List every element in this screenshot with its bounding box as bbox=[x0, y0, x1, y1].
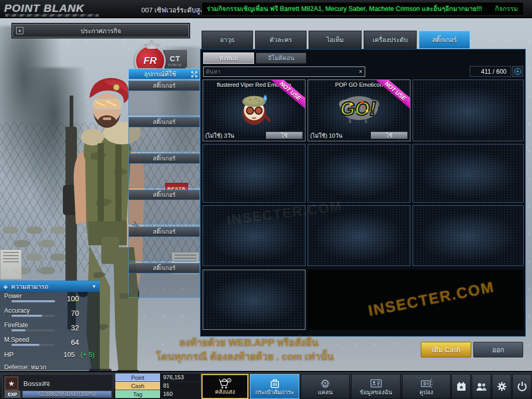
empty-slot[interactable] bbox=[413, 79, 524, 141]
exit-button[interactable]: ออก bbox=[473, 342, 523, 357]
empty-slot[interactable] bbox=[308, 144, 410, 203]
tab-weapons[interactable]: อาวุธ bbox=[202, 31, 253, 49]
exp-label: EXP bbox=[5, 391, 20, 397]
nav-inventory-button[interactable]: กระเป๋าสัมภาระ bbox=[250, 374, 299, 399]
nav-button-label: คลังแสง bbox=[203, 387, 247, 396]
friends-icon bbox=[475, 380, 488, 393]
currency-value: 976,153 bbox=[163, 374, 184, 381]
equip-slot-sticker-4[interactable]: สติ๊กเกอร์ bbox=[128, 190, 200, 224]
topup-cash-button[interactable]: เติม Cash bbox=[421, 342, 471, 357]
search-clear-icon[interactable]: × bbox=[356, 68, 365, 75]
stat-value: 70 bbox=[71, 309, 79, 317]
expand-capacity-button[interactable]: + bbox=[512, 66, 523, 77]
ticker-event-link[interactable]: กิจกรรม bbox=[487, 4, 523, 14]
gear-icon bbox=[496, 380, 508, 393]
rank-star-icon: ★ bbox=[5, 377, 18, 390]
empty-slot[interactable] bbox=[308, 205, 410, 266]
overlay-note-line1: ลงท้ายด้วย WEB.APP หรือสั่งอื่น bbox=[179, 335, 318, 350]
use-button[interactable]: ใช้ bbox=[370, 131, 408, 139]
slot-label: สติ๊กเกอร์ bbox=[129, 117, 200, 127]
currency-row-cash: Cash 81 bbox=[115, 382, 200, 390]
currency-label: Point bbox=[115, 374, 160, 381]
inventory-panel-body: ทั้งหมด อีโมติคอน × 411 / 600 + flustere… bbox=[200, 49, 526, 337]
preview-row: INSECTER.COM bbox=[203, 270, 523, 330]
nav-button-label: แคลน bbox=[301, 388, 349, 397]
player-name: Bossxสจ bbox=[23, 378, 50, 389]
expand-arrows-icon[interactable] bbox=[191, 71, 197, 77]
equip-slot-sticker-1[interactable]: สติ๊กเกอร์ bbox=[128, 81, 200, 115]
diamond-icon: ◈ bbox=[3, 283, 8, 290]
search-input[interactable] bbox=[204, 69, 356, 75]
currency-panel: Point 976,153 Cash 81 Tag 160 bbox=[115, 374, 200, 398]
currency-label: Cash bbox=[115, 382, 160, 390]
stat-bar-fill bbox=[11, 344, 39, 346]
calendar-event-button[interactable] bbox=[451, 374, 471, 399]
tab-stickers[interactable]: สติ๊กเกอร์ bbox=[419, 31, 470, 49]
stat-label: M.Speed bbox=[4, 336, 29, 343]
tab-items[interactable]: ไอเท็ม bbox=[309, 31, 362, 49]
nav-coupon-button[interactable]: คูปอง bbox=[402, 374, 450, 399]
stat-row-hp: HP 105 (+ 5) bbox=[4, 351, 100, 358]
nav-clan-button[interactable]: แคลน bbox=[301, 374, 350, 399]
use-button[interactable]: ใช้ bbox=[265, 131, 303, 139]
emoticon-art-viper-red bbox=[234, 89, 274, 129]
power-icon bbox=[516, 380, 528, 393]
item-status: (ไม่ใช้) 3วัน bbox=[205, 131, 234, 140]
go-art-text: GO! bbox=[340, 98, 376, 119]
currency-row-tag: Tag 160 bbox=[115, 390, 200, 398]
equip-slot-sticker-2[interactable]: สติ๊กเกอร์ bbox=[128, 117, 200, 152]
item-card-flustered-viper[interactable]: flustered Viper Red Emoticon bbox=[203, 79, 305, 141]
ticker-text: ร่วมกิจกรรมเชิญเพื่อน ฟรี Barrett M82A1,… bbox=[202, 4, 487, 14]
friends-button[interactable] bbox=[472, 374, 491, 399]
search-box[interactable]: × bbox=[203, 66, 365, 77]
expand-plus-icon[interactable]: + bbox=[16, 27, 23, 34]
exp-text: 6238862/851000 (100%) bbox=[23, 391, 111, 397]
calendar-star-icon bbox=[455, 380, 468, 393]
stats-header[interactable]: ◈ ความสามารถ ▼ bbox=[0, 281, 100, 292]
tab-characters[interactable]: ตัวละคร bbox=[255, 31, 307, 49]
player-info-panel[interactable]: ★ Bossxสจ EXP 6238862/851000 (100%) bbox=[2, 374, 113, 398]
inventory-panel: อาวุธ ตัวละคร ไอเท็ม เครื่องประดับ สติ๊ก… bbox=[200, 31, 526, 337]
empty-slot[interactable] bbox=[413, 205, 524, 266]
stat-bar-track bbox=[11, 300, 55, 302]
card-footer: (ไม่ใช้) 10วัน ใช้ bbox=[310, 131, 408, 139]
slot-label: สติ๊กเกอร์ bbox=[129, 154, 200, 164]
top-bar: POINT BLANK 007 เซิฟเวอร์ระดับสูง ร่วมกิ… bbox=[0, 0, 532, 18]
subtab-emoticon[interactable]: อีโมติคอน bbox=[256, 52, 307, 64]
empty-slot[interactable] bbox=[203, 144, 305, 203]
announcement-ticker[interactable]: ร่วมกิจกรรมเชิญเพื่อน ฟรี Barrett M82A1,… bbox=[202, 2, 524, 16]
nav-myinfo-button[interactable]: ข้อมูลของฉัน bbox=[351, 374, 401, 399]
stat-row-accuracy: Accuracy 70 bbox=[0, 307, 100, 321]
stat-bar-fill bbox=[11, 315, 42, 317]
capacity-counter: 411 / 600 bbox=[470, 66, 511, 77]
collapse-caret-icon[interactable]: ▼ bbox=[91, 284, 97, 289]
settings-button[interactable] bbox=[492, 374, 511, 399]
empty-slot[interactable] bbox=[413, 144, 524, 203]
stat-row-firerate: FireRate 32 bbox=[0, 322, 100, 335]
equip-slot-sticker-5[interactable]: สติ๊กเกอร์ bbox=[128, 227, 200, 261]
mission-announcement-banner[interactable]: + ประกาศภารกิจ bbox=[12, 24, 189, 37]
equip-slot-sticker-3[interactable]: สติ๊กเกอร์ bbox=[128, 153, 200, 188]
subtab-all[interactable]: ทั้งหมด bbox=[203, 52, 254, 64]
empty-slot[interactable] bbox=[203, 205, 305, 266]
equipment-header[interactable]: อุปกรณ์ที่ใช้ bbox=[128, 69, 200, 79]
item-status: (ไม่ใช้) 10วัน bbox=[310, 131, 342, 140]
currency-label: Tag bbox=[115, 390, 160, 398]
slot-label: สติ๊กเกอร์ bbox=[129, 190, 200, 200]
item-grid: flustered Viper Red Emoticon bbox=[203, 79, 524, 266]
currency-row-point: Point 976,153 bbox=[115, 374, 200, 381]
stat-bar-fill bbox=[11, 329, 25, 331]
equip-slot-sticker-6[interactable]: สติ๊กเกอร์ bbox=[128, 263, 200, 298]
preview-slot[interactable] bbox=[203, 270, 305, 330]
power-exit-button[interactable] bbox=[512, 374, 531, 399]
stat-bar-track bbox=[11, 315, 55, 317]
tab-accessories[interactable]: เครื่องประดับ bbox=[364, 31, 417, 49]
nav-armory-button[interactable]: คลังแสง bbox=[202, 374, 248, 399]
nav-button-label: ข้อมูลของฉัน bbox=[352, 388, 400, 397]
item-card-pop-go[interactable]: POP GO Emoticon GO! NOT USE (ไม่ใช้) 10ว… bbox=[308, 79, 410, 141]
ct-badge-text: CT bbox=[163, 55, 187, 63]
emoticon-art-pop-go: GO! bbox=[334, 89, 384, 129]
stat-bar-fill bbox=[11, 300, 55, 302]
fr-badge-text: FR bbox=[136, 55, 164, 66]
currency-value: 81 bbox=[163, 382, 169, 390]
